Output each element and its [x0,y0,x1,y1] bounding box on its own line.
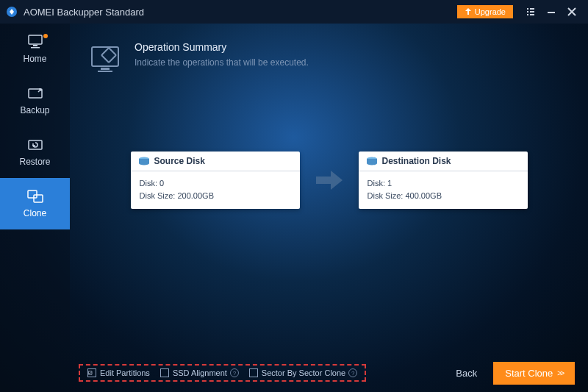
destination-disk-title: Destination Disk [382,156,451,166]
app-window: AOMEI Backupper Standard Upgrade Home Ba… [0,0,588,392]
svg-rect-12 [29,140,42,149]
sidebar-item-clone[interactable]: Clone [0,178,70,229]
svg-rect-17 [101,68,110,70]
svg-rect-16 [101,48,116,63]
main-area: Operation Summary Indicate the operation… [70,24,588,392]
svg-rect-1 [527,8,528,10]
checkbox-empty-icon [160,368,169,377]
sidebar-item-home[interactable]: Home [0,24,70,75]
sidebar-label: Restore [19,157,50,167]
arrow-icon [313,164,345,196]
minimize-button[interactable] [541,1,562,22]
disk-icon [138,157,150,165]
destination-disk-number: Disk: 1 [368,177,519,190]
checkbox-checked-icon [87,368,96,377]
source-disk-title: Source Disk [154,156,205,166]
operation-summary: Operation Summary Indicate the operation… [70,24,588,85]
svg-rect-5 [527,14,528,15]
summary-text: Operation Summary Indicate the operation… [135,41,309,76]
help-icon[interactable]: ? [348,368,357,377]
sector-by-sector-label: Sector By Sector Clone [262,368,345,377]
start-clone-label: Start Clone [505,368,553,379]
svg-rect-14 [34,195,43,202]
sidebar-label: Backup [20,105,49,115]
start-clone-button[interactable]: Start Clone >> [493,362,575,385]
window-body: Home Backup Restore Clone Operatio [0,24,588,392]
svg-rect-13 [28,190,37,198]
close-icon [567,7,576,16]
source-disk-size: Disk Size: 200.00GB [140,190,291,202]
ssd-alignment-option[interactable]: SSD Alignment ? [160,368,239,377]
app-title: AOMEI Backupper Standard [24,7,457,18]
menu-button[interactable] [520,1,541,22]
source-disk-header: Source Disk [131,152,300,171]
edit-partitions-option[interactable]: Edit Partitions [87,368,150,377]
clone-icon [26,189,44,204]
help-icon[interactable]: ? [230,368,239,377]
app-logo-icon [6,6,18,18]
svg-rect-7 [548,12,555,13]
upgrade-button[interactable]: Upgrade [457,5,513,18]
footer: Edit Partitions SSD Alignment ? Sector B… [70,354,588,392]
backup-icon [26,86,44,101]
minimize-icon [547,7,556,16]
sidebar-label: Clone [24,208,46,218]
summary-title: Operation Summary [135,41,309,53]
back-button[interactable]: Back [456,368,477,379]
svg-rect-18 [98,71,112,72]
summary-disk-icon [87,41,123,76]
destination-disk-size: Disk Size: 400.00GB [368,190,519,202]
svg-rect-9 [33,45,37,46]
close-button[interactable] [562,1,582,22]
destination-disk-body: Disk: 1 Disk Size: 400.00GB [359,171,528,209]
svg-rect-10 [31,47,40,49]
ssd-alignment-label: SSD Alignment [173,368,227,377]
source-disk-card[interactable]: Source Disk Disk: 0 Disk Size: 200.00GB [131,152,300,209]
svg-rect-3 [527,11,528,13]
sidebar-item-restore[interactable]: Restore [0,126,70,178]
summary-subtitle: Indicate the operations that will be exe… [135,57,309,68]
source-disk-body: Disk: 0 Disk Size: 200.00GB [131,171,300,209]
sidebar: Home Backup Restore Clone [0,24,70,392]
upgrade-label: Upgrade [475,7,506,16]
sidebar-label: Home [23,54,46,64]
titlebar: AOMEI Backupper Standard Upgrade [0,0,588,24]
source-disk-number: Disk: 0 [140,177,291,190]
svg-rect-2 [530,8,534,10]
destination-disk-card[interactable]: Destination Disk Disk: 1 Disk Size: 400.… [359,152,528,209]
menu-list-icon [526,7,536,17]
monitor-icon [26,35,44,49]
destination-disk-header: Destination Disk [359,152,528,171]
checkbox-empty-icon [249,368,258,377]
svg-rect-6 [530,14,534,15]
disk-row: Source Disk Disk: 0 Disk Size: 200.00GB … [70,152,588,209]
chevron-right-icon: >> [557,369,563,377]
restore-icon [26,138,44,152]
svg-rect-4 [530,11,534,13]
sidebar-item-backup[interactable]: Backup [0,75,70,126]
disk-icon [366,157,378,165]
svg-rect-8 [29,35,42,44]
edit-partitions-label: Edit Partitions [100,368,150,377]
options-group: Edit Partitions SSD Alignment ? Sector B… [79,364,366,382]
upgrade-arrow-icon [465,8,472,15]
sector-by-sector-option[interactable]: Sector By Sector Clone ? [249,368,357,377]
